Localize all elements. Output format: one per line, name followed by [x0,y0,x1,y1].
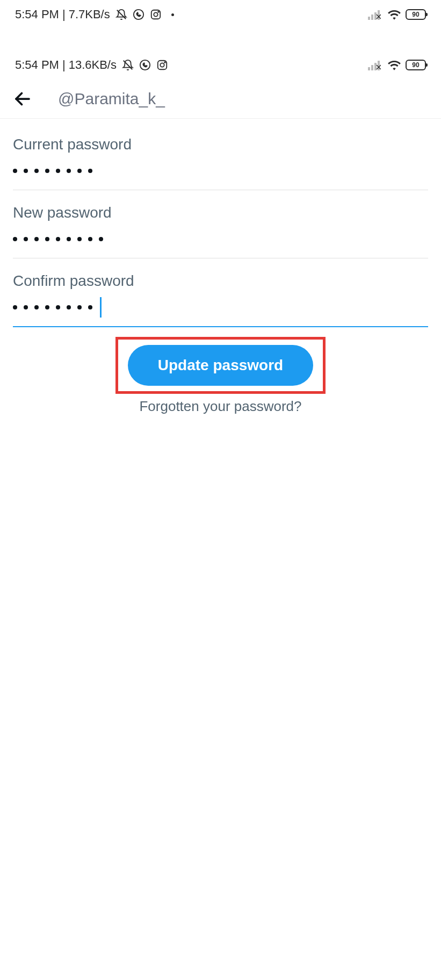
whatsapp-icon [139,59,151,71]
bell-off-icon [122,59,134,71]
svg-rect-19 [378,61,380,70]
status-right-inner: 90 [366,60,426,70]
page-title-username: @Paramita_k_ [58,90,165,108]
button-container: Update password Forgotten your password? [0,337,441,415]
back-button[interactable] [13,89,32,109]
battery-level: 90 [412,61,419,69]
new-password-field[interactable]: New password [13,190,428,258]
divider: | [62,8,66,21]
highlight-box: Update password [115,337,326,394]
wifi-icon [387,60,401,70]
divider: | [62,58,66,72]
confirm-password-label: Confirm password [13,272,428,290]
new-password-input[interactable] [13,231,428,247]
whatsapp-icon [133,9,144,20]
dot-icon [171,13,174,16]
app-bar: @Paramita_k_ [0,80,441,119]
svg-point-4 [158,11,159,12]
battery-icon: 90 [406,9,426,20]
svg-point-12 [140,60,150,70]
instagram-icon [150,9,162,20]
svg-rect-16 [368,67,370,70]
wifi-icon [387,9,401,20]
svg-rect-17 [371,65,373,70]
status-left-outer: 5:54 PM | 7.7KB/s [15,8,174,21]
svg-rect-18 [374,63,377,70]
svg-rect-6 [371,15,373,20]
text-cursor [100,297,102,318]
battery-level: 90 [412,11,419,18]
speed-text: 13.6KB/s [69,58,117,72]
svg-rect-5 [368,17,370,20]
instagram-icon [156,59,168,71]
svg-rect-8 [378,10,380,20]
status-right-outer: 90 [366,9,426,20]
svg-point-15 [164,62,165,63]
bell-off-icon [115,9,127,20]
signal-icon [368,9,381,20]
arrow-left-icon [13,89,32,109]
current-password-input[interactable] [13,163,428,179]
forgot-password-link[interactable]: Forgotten your password? [139,398,301,415]
status-bar-outer: 5:54 PM | 7.7KB/s 90 [0,0,441,29]
confirm-password-input[interactable] [13,299,428,315]
svg-point-3 [154,12,157,16]
signal-icon [368,60,381,70]
new-password-label: New password [13,204,428,221]
status-left-inner: 5:54 PM | 13.6KB/s [15,58,168,72]
svg-point-1 [134,10,143,19]
speed-text: 7.7KB/s [69,8,110,21]
update-password-button[interactable]: Update password [128,345,313,386]
status-bar-inner: 5:54 PM | 13.6KB/s 90 [0,51,441,80]
current-password-label: Current password [13,136,428,153]
svg-rect-7 [374,12,377,20]
confirm-password-field[interactable]: Confirm password [13,258,428,327]
time-text: 5:54 PM [15,8,59,21]
current-password-field[interactable]: Current password [13,122,428,190]
time-text: 5:54 PM [15,58,59,72]
password-form: Current password New password Confirm pa… [0,122,441,327]
battery-icon: 90 [406,60,426,70]
svg-point-14 [160,63,164,67]
